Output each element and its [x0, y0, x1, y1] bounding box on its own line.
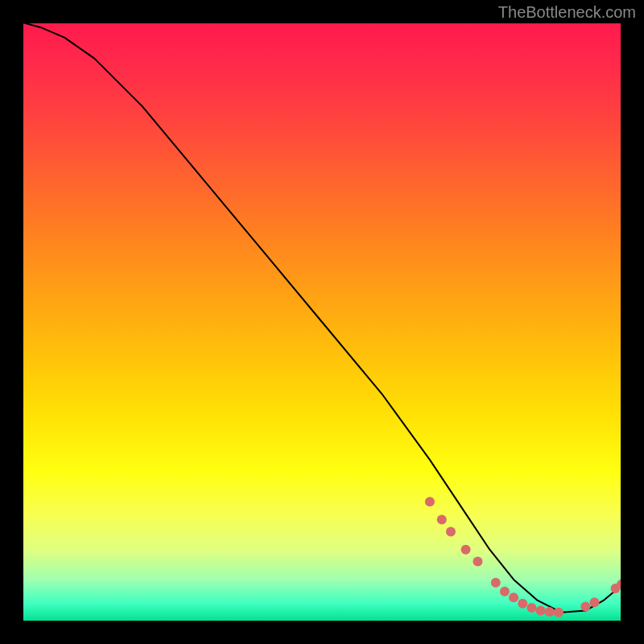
data-marker: [500, 587, 510, 597]
data-marker: [446, 526, 456, 536]
data-marker: [590, 597, 600, 607]
data-marker: [437, 515, 447, 525]
data-marker: [554, 608, 564, 617]
data-marker: [491, 578, 501, 588]
watermark-text: TheBottleneck.com: [498, 3, 636, 22]
data-marker: [526, 603, 536, 613]
data-marker: [545, 607, 555, 617]
data-marker: [580, 601, 590, 611]
data-marker: [473, 557, 482, 567]
curve-line: [23, 23, 621, 613]
data-marker: [461, 545, 471, 555]
curve-path: [23, 23, 621, 613]
data-marker: [425, 497, 435, 506]
data-marker: [536, 606, 546, 616]
chart-plot-area: [23, 23, 621, 621]
data-marker: [518, 599, 527, 609]
data-markers: [425, 497, 621, 617]
chart-svg: [23, 23, 621, 621]
data-marker: [509, 592, 518, 602]
